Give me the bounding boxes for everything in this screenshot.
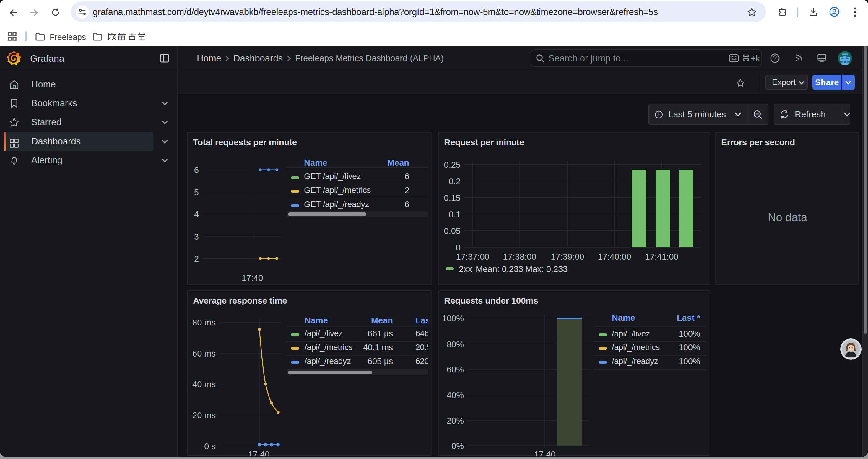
svg-text:4: 4 xyxy=(194,210,199,219)
svg-text:40%: 40% xyxy=(447,391,464,400)
svg-text:Max: 0.233: Max: 0.233 xyxy=(525,264,567,274)
svg-text:0.2: 0.2 xyxy=(449,177,461,186)
svg-text:17:38:00: 17:38:00 xyxy=(503,252,536,261)
svg-text:17:37:00: 17:37:00 xyxy=(456,252,490,261)
svg-text:20%: 20% xyxy=(447,416,464,425)
svg-text:0.05: 0.05 xyxy=(444,226,461,236)
svg-text:0.1: 0.1 xyxy=(449,210,461,219)
svg-text:17:40: 17:40 xyxy=(534,450,556,456)
svg-text:17:40: 17:40 xyxy=(242,273,263,283)
svg-text:17:40:00: 17:40:00 xyxy=(598,252,631,261)
svg-text:2xx: 2xx xyxy=(459,264,472,274)
svg-text:0.15: 0.15 xyxy=(444,193,461,203)
svg-text:80%: 80% xyxy=(447,340,464,349)
svg-text:17:39:00: 17:39:00 xyxy=(551,252,584,261)
svg-text:5: 5 xyxy=(194,188,199,197)
svg-text:6: 6 xyxy=(194,165,199,175)
svg-text:60%: 60% xyxy=(447,365,464,374)
svg-text:100%: 100% xyxy=(442,314,464,323)
svg-text:17:41:00: 17:41:00 xyxy=(645,252,679,261)
svg-text:0: 0 xyxy=(456,243,461,252)
svg-text:3: 3 xyxy=(194,232,199,241)
svg-text:2: 2 xyxy=(194,254,199,263)
svg-text:0.25: 0.25 xyxy=(444,160,461,169)
svg-text:0%: 0% xyxy=(452,441,464,451)
svg-text:Mean: 0.233: Mean: 0.233 xyxy=(476,264,523,274)
